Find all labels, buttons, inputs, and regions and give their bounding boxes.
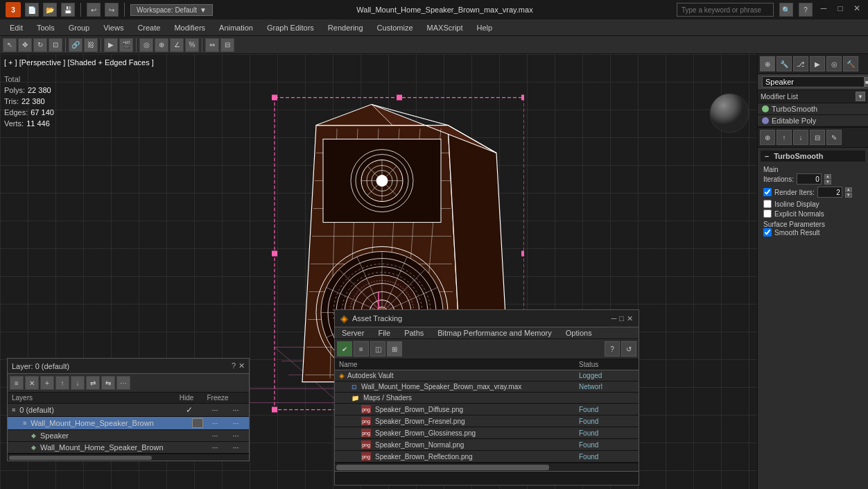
scale-btn[interactable]: ⊡	[49, 38, 62, 52]
workspace-selector[interactable]: Workspace: Default ▼	[130, 4, 213, 16]
search-btn[interactable]: 🔍	[779, 3, 793, 17]
asset-row-0[interactable]: ◈ Autodesk Vault Logged	[335, 370, 639, 381]
asset-row-2[interactable]: 📁 Maps / Shaders	[335, 393, 639, 404]
asset-scroll-thumb[interactable]	[336, 465, 549, 470]
asset-scrollbar[interactable]	[335, 463, 639, 471]
open-file-btn[interactable]: 📂	[43, 3, 57, 17]
menu-graph-editors[interactable]: Graph Editors	[260, 19, 321, 35]
angle-snap-btn[interactable]: ∠	[170, 38, 184, 52]
asset-menu-server[interactable]: Server	[335, 327, 371, 338]
menu-create[interactable]: Create	[130, 19, 167, 35]
minimize-btn[interactable]: ─	[818, 3, 829, 14]
asset-maximize-btn[interactable]: □	[619, 314, 624, 323]
mod-tool-4[interactable]: ⊟	[810, 130, 825, 145]
object-name-input[interactable]	[762, 76, 865, 87]
rp-tab-modify[interactable]: 🔧	[776, 56, 792, 71]
asset-menu-bitmap[interactable]: Bitmap Performance and Memory	[431, 327, 558, 338]
menu-maxscript[interactable]: MAXScript	[420, 19, 470, 35]
asset-help-btn[interactable]: ?	[605, 341, 620, 357]
layer-help-btn[interactable]: ?	[232, 361, 236, 370]
ts-collapse-icon[interactable]: –	[765, 152, 769, 160]
percent-snap-btn[interactable]: %	[185, 38, 199, 52]
ts-iterations-input[interactable]	[797, 173, 822, 185]
asset-row-6[interactable]: png Speaker_Brown_Normal.png Found	[335, 439, 639, 451]
search-input[interactable]	[677, 3, 774, 17]
align-btn[interactable]: ⊟	[220, 38, 234, 52]
ts-smooth-checkbox[interactable]	[763, 228, 772, 237]
rotate-btn[interactable]: ↻	[33, 38, 47, 52]
layer-icon-3[interactable]: ↓	[71, 376, 85, 390]
redo-btn[interactable]: ↪	[105, 3, 119, 17]
save-btn[interactable]: 💾	[61, 3, 75, 17]
snap-btn[interactable]: ⊕	[155, 38, 168, 52]
close-btn[interactable]: ✕	[851, 3, 862, 14]
modifier-list-dropdown[interactable]: ▼	[856, 92, 865, 101]
select-btn[interactable]: ↖	[3, 38, 17, 52]
mirror-btn[interactable]: ⇔	[205, 38, 219, 52]
asset-row-7[interactable]: png Speaker_Brown_Reflection.png Found	[335, 451, 639, 463]
modifier-turbosmooth[interactable]: TurboSmooth	[758, 103, 868, 115]
ts-render-iters-input[interactable]	[817, 187, 842, 198]
rp-tab-create[interactable]: ⊕	[760, 56, 775, 71]
menu-animation[interactable]: Animation	[212, 19, 260, 35]
render-btn[interactable]: ▶	[104, 38, 118, 52]
ts-isoline-checkbox[interactable]	[763, 200, 772, 208]
asset-tool-1[interactable]: ✔	[337, 341, 352, 357]
help-btn[interactable]: ?	[799, 3, 813, 17]
menu-views[interactable]: Views	[96, 19, 130, 35]
new-file-btn[interactable]: 📄	[25, 3, 39, 17]
mod-tool-3[interactable]: ↓	[793, 130, 808, 145]
layer-icon-2[interactable]: ↑	[55, 376, 69, 390]
layer-row-2[interactable]: ◆ Speaker ··· ···	[8, 430, 249, 442]
ts-render-iters-spinner[interactable]: ▲ ▼	[845, 187, 852, 198]
asset-close-btn[interactable]: ✕	[627, 314, 633, 323]
rp-tab-display[interactable]: ◎	[826, 56, 842, 71]
layer-add-btn[interactable]: +	[40, 376, 54, 390]
asset-menu-paths[interactable]: Paths	[397, 327, 431, 338]
menu-group[interactable]: Group	[62, 19, 97, 35]
ts-ri-down[interactable]: ▼	[845, 193, 852, 198]
ts-iter-down[interactable]: ▼	[824, 180, 831, 185]
asset-menu-file[interactable]: File	[371, 327, 397, 338]
ts-ri-up[interactable]: ▲	[845, 187, 852, 192]
asset-tool-3[interactable]: ◫	[370, 341, 385, 357]
layer-row-1[interactable]: ≡ Wall_Mount_Home_Speaker_Brown ··· ···	[8, 417, 249, 430]
bind-btn[interactable]: ⛓	[84, 38, 98, 52]
asset-refresh-btn[interactable]: ↺	[621, 341, 636, 357]
menu-rendering[interactable]: Rendering	[321, 19, 370, 35]
layer-scrollbar[interactable]	[8, 454, 249, 461]
asset-row-4[interactable]: png Speaker_Brown_Fresnel.png Found	[335, 415, 639, 427]
rp-tab-hierarchy[interactable]: ⎇	[793, 56, 808, 71]
layer-row-3[interactable]: ◆ Wall_Mount_Home_Speaker_Brown ··· ···	[8, 442, 249, 454]
layer-icon-6[interactable]: ⋯	[116, 376, 130, 390]
undo-btn[interactable]: ↩	[87, 3, 101, 17]
asset-row-3[interactable]: png Speaker_Brown_Diffuse.png Found	[335, 404, 639, 415]
layer-scroll-thumb[interactable]	[9, 456, 152, 460]
layer-icon-4[interactable]: ⇄	[86, 376, 100, 390]
ts-render-iters-checkbox[interactable]	[763, 188, 772, 196]
move-btn[interactable]: ✥	[18, 38, 32, 52]
layer-icon-1[interactable]: ≡	[10, 376, 24, 390]
link-btn[interactable]: 🔗	[69, 38, 83, 52]
layer-close-btn[interactable]: ✕	[238, 361, 245, 370]
layer-row-0[interactable]: ≡ 0 (default) ✓ ··· ···	[8, 404, 249, 417]
menu-customize[interactable]: Customize	[370, 19, 420, 35]
modifier-editable-poly[interactable]: Editable Poly	[758, 115, 868, 127]
material-btn[interactable]: ◎	[139, 38, 153, 52]
layer-delete-btn[interactable]: ✕	[25, 376, 39, 390]
viewport[interactable]: [ + ] [Perspective ] [Shaded + Edged Fac…	[0, 54, 757, 489]
maximize-btn[interactable]: □	[835, 3, 846, 14]
menu-tools[interactable]: Tools	[30, 19, 62, 35]
asset-row-5[interactable]: png Speaker_Brown_Glossiness.png Found	[335, 427, 639, 439]
ts-explicit-checkbox[interactable]	[763, 209, 772, 218]
asset-minimize-btn[interactable]: ─	[611, 314, 617, 323]
mod-tool-1[interactable]: ⊕	[760, 130, 775, 145]
asset-tool-4[interactable]: ⊞	[387, 341, 402, 357]
menu-help[interactable]: Help	[470, 19, 500, 35]
mod-tool-2[interactable]: ↑	[776, 130, 792, 145]
menu-modifiers[interactable]: Modifiers	[167, 19, 212, 35]
asset-tool-2[interactable]: ≡	[354, 341, 369, 357]
layer-icon-5[interactable]: ⇆	[101, 376, 115, 390]
ts-iter-up[interactable]: ▲	[824, 174, 831, 179]
mod-tool-5[interactable]: ✎	[826, 130, 842, 145]
